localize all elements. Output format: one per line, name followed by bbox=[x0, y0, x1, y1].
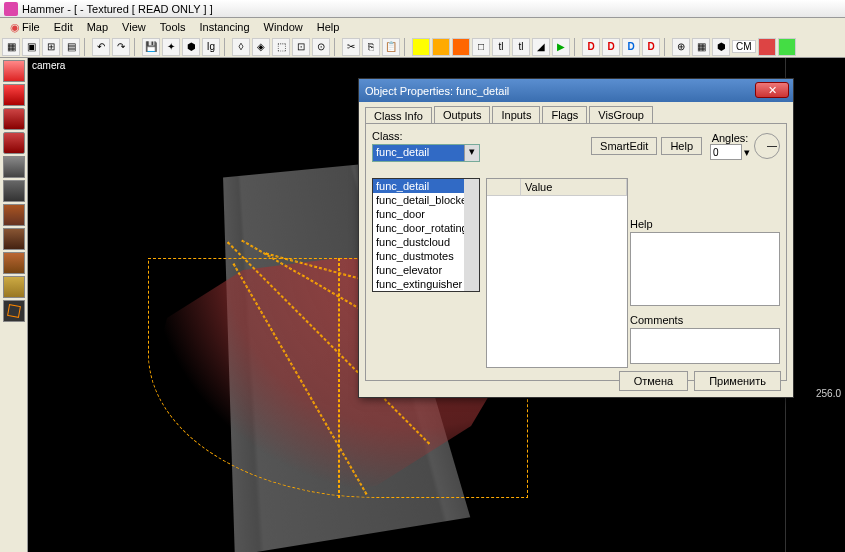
toolbar-tl-icon[interactable]: tl bbox=[492, 38, 510, 56]
apply-button[interactable]: Применить bbox=[694, 371, 781, 391]
toolbar-sel-icon[interactable]: □ bbox=[472, 38, 490, 56]
tab-inputs[interactable]: Inputs bbox=[492, 106, 540, 123]
separator bbox=[84, 38, 88, 56]
tool-selection[interactable] bbox=[3, 60, 25, 82]
dropdown-arrow-icon[interactable]: ▾ bbox=[464, 145, 479, 161]
toolbar-radius-icon[interactable]: ⊙ bbox=[312, 38, 330, 56]
menu-instancing[interactable]: Instancing bbox=[193, 20, 255, 34]
dialog-titlebar[interactable]: Object Properties: func_detail ✕ bbox=[359, 79, 793, 102]
tool-magnify[interactable] bbox=[3, 84, 25, 106]
toolbar-cm-label[interactable]: CM bbox=[732, 40, 756, 53]
separator bbox=[574, 38, 578, 56]
smartedit-button[interactable]: SmartEdit bbox=[591, 137, 657, 155]
class-dropdown: func_detail func_detail_blocker func_doo… bbox=[372, 178, 480, 292]
cancel-button[interactable]: Отмена bbox=[619, 371, 688, 391]
toolbar-run-icon[interactable]: ▶ bbox=[552, 38, 570, 56]
toolbar-grid3-icon[interactable]: ▦ bbox=[692, 38, 710, 56]
menu-edit[interactable]: Edit bbox=[48, 20, 79, 34]
toolbar-redo-icon[interactable]: ↷ bbox=[112, 38, 130, 56]
toolbar-paste-icon[interactable]: 📋 bbox=[382, 38, 400, 56]
toolbar-tl2-icon[interactable]: tl bbox=[512, 38, 530, 56]
toolbar-save-icon[interactable]: 💾 bbox=[142, 38, 160, 56]
help-label: Help bbox=[630, 218, 780, 230]
toolbar-portal-icon[interactable]: ⊕ bbox=[672, 38, 690, 56]
menu-tools[interactable]: Tools bbox=[154, 20, 192, 34]
menu-map[interactable]: Map bbox=[81, 20, 114, 34]
menu-file[interactable]: File bbox=[4, 20, 46, 35]
tool-entity[interactable] bbox=[3, 132, 25, 154]
separator bbox=[134, 38, 138, 56]
tool-decal[interactable] bbox=[3, 228, 25, 250]
help-button[interactable]: Help bbox=[661, 137, 702, 155]
toolbar-cut-icon[interactable]: ✂ bbox=[342, 38, 360, 56]
angles-label: Angles: bbox=[712, 132, 749, 144]
toolbar-grid-icon[interactable]: ▦ bbox=[2, 38, 20, 56]
keyvalue-table[interactable]: Value bbox=[486, 178, 628, 368]
toolbar-ig-icon[interactable]: Ig bbox=[202, 38, 220, 56]
tool-overlay[interactable] bbox=[3, 252, 25, 274]
table-header: Value bbox=[487, 179, 627, 196]
toolbar-tex2-icon[interactable] bbox=[432, 38, 450, 56]
separator bbox=[224, 38, 228, 56]
toolbar-group-icon[interactable]: ⬢ bbox=[182, 38, 200, 56]
dropdown-scrollbar[interactable] bbox=[464, 179, 479, 291]
kv-key-header bbox=[487, 179, 521, 195]
comments-textarea[interactable] bbox=[630, 328, 780, 364]
comments-section: Comments bbox=[630, 314, 780, 364]
tab-flags[interactable]: Flags bbox=[542, 106, 587, 123]
angles-input[interactable] bbox=[710, 144, 742, 160]
toolbar-cord-icon[interactable]: ⊡ bbox=[292, 38, 310, 56]
tool-texture[interactable] bbox=[3, 180, 25, 202]
main-toolbar: ▦ ▣ ⊞ ▤ ↶ ↷ 💾 ✦ ⬢ Ig ◊ ◈ ⬚ ⊡ ⊙ ✂ ⎘ 📋 □ t… bbox=[0, 36, 845, 58]
angle-dial[interactable] bbox=[754, 133, 780, 159]
toolbar-model-icon[interactable]: ⬢ bbox=[712, 38, 730, 56]
separator bbox=[404, 38, 408, 56]
separator bbox=[664, 38, 668, 56]
tool-clip[interactable] bbox=[3, 276, 25, 298]
help-section: Help bbox=[630, 218, 780, 306]
toolbar-dd2-icon[interactable]: D bbox=[602, 38, 620, 56]
toolbar-grid2-icon[interactable]: ▤ bbox=[62, 38, 80, 56]
toolbar-snap-icon[interactable]: ⊞ bbox=[42, 38, 60, 56]
comments-label: Comments bbox=[630, 314, 780, 326]
toolbar-3d-icon[interactable]: ▣ bbox=[22, 38, 40, 56]
toolbar-copy-icon[interactable]: ⎘ bbox=[362, 38, 380, 56]
toolbar-red-icon[interactable] bbox=[758, 38, 776, 56]
app-icon bbox=[4, 2, 18, 16]
menubar: File Edit Map View Tools Instancing Wind… bbox=[0, 18, 845, 36]
menu-help[interactable]: Help bbox=[311, 20, 346, 34]
tab-class-info[interactable]: Class Info bbox=[365, 107, 432, 124]
window-titlebar: Hammer - [ - Textured [ READ ONLY ] ] bbox=[0, 0, 845, 18]
toolbar-iso-icon[interactable]: ⬚ bbox=[272, 38, 290, 56]
tool-palette bbox=[0, 58, 28, 552]
toolbar-tex3-icon[interactable] bbox=[452, 38, 470, 56]
menu-view[interactable]: View bbox=[116, 20, 152, 34]
dialog-tabs: Class Info Outputs Inputs Flags VisGroup bbox=[359, 102, 793, 123]
tool-block[interactable] bbox=[3, 156, 25, 178]
tab-outputs[interactable]: Outputs bbox=[434, 106, 491, 123]
dialog-footer: Отмена Применить bbox=[619, 371, 781, 391]
toolbar-hide-icon[interactable]: ◊ bbox=[232, 38, 250, 56]
toolbar-carve-icon[interactable]: ✦ bbox=[162, 38, 180, 56]
tool-apply[interactable] bbox=[3, 204, 25, 226]
toolbar-green-icon[interactable] bbox=[778, 38, 796, 56]
chevron-down-icon[interactable]: ▾ bbox=[744, 146, 750, 159]
dialog-title: Object Properties: func_detail bbox=[365, 85, 509, 97]
toolbar-disp-icon[interactable]: ◢ bbox=[532, 38, 550, 56]
ruler-right: 256.0 bbox=[785, 58, 845, 552]
tab-visgroup[interactable]: VisGroup bbox=[589, 106, 653, 123]
toolbar-dd3-icon[interactable]: D bbox=[622, 38, 640, 56]
toolbar-tex1-icon[interactable] bbox=[412, 38, 430, 56]
class-combobox[interactable]: func_detail ▾ bbox=[372, 144, 480, 162]
viewport-label: camera bbox=[32, 60, 65, 71]
help-textarea bbox=[630, 232, 780, 306]
toolbar-undo-icon[interactable]: ↶ bbox=[92, 38, 110, 56]
toolbar-show-icon[interactable]: ◈ bbox=[252, 38, 270, 56]
tool-camera[interactable] bbox=[3, 108, 25, 130]
toolbar-dd1-icon[interactable]: D bbox=[582, 38, 600, 56]
tool-vertex[interactable] bbox=[3, 300, 25, 322]
toolbar-dd4-icon[interactable]: D bbox=[642, 38, 660, 56]
close-button[interactable]: ✕ bbox=[755, 82, 789, 98]
menu-window[interactable]: Window bbox=[258, 20, 309, 34]
dialog-body: Class: func_detail ▾ func_detail func_de… bbox=[365, 123, 787, 381]
